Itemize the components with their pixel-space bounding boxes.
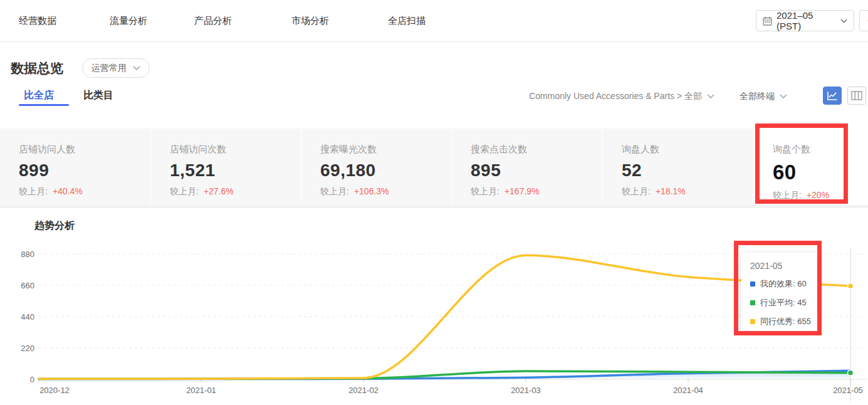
compare-label: 较上月:: [320, 186, 349, 196]
stat-value: 69,180: [320, 160, 451, 181]
preset-dropdown-value: 运营常用: [92, 63, 127, 74]
table-view-icon: [851, 91, 862, 100]
category-filter-dropdown[interactable]: Commonly Used Accessories & Parts > 全部: [529, 91, 714, 102]
top-nav-bar: 经营数据 流量分析 产品分析 市场分析 全店扫描 2021–05 (PST): [0, 0, 868, 42]
tooltip-item-text: 我的效果: 60: [760, 278, 807, 290]
nav-item-market-analysis[interactable]: 市场分析: [291, 15, 329, 27]
chevron-down-icon: [840, 19, 847, 23]
stat-card-store-visits[interactable]: 店铺访问次数 1,521 较上月:+27.6%: [151, 129, 301, 205]
trend-chart-svg: 02204406608802020-122021-012021-022021-0…: [0, 245, 868, 405]
tooltip-title: 2021-05: [750, 261, 812, 271]
chart-tooltip: 2021-05 我的效果: 60 行业平均: 45 同行优秀: 655: [741, 253, 820, 332]
y-axis-label: 660: [21, 281, 34, 290]
x-axis-label: 2021-01: [186, 386, 216, 395]
stat-value: 60: [773, 160, 868, 184]
x-axis-label: 2021-03: [511, 386, 541, 395]
stat-change: +18.1%: [656, 186, 686, 196]
tooltip-item-my-performance: 我的效果: 60: [750, 278, 812, 290]
stat-change: +27.6%: [204, 186, 234, 196]
tooltip-item-peer-excellent: 同行优秀: 655: [750, 316, 812, 327]
date-picker-value: 2021–05 (PST): [776, 10, 836, 31]
compare-label: 较上月:: [170, 186, 199, 196]
legend-swatch-green: [750, 300, 755, 305]
line-chart-view-button[interactable]: [823, 87, 842, 105]
dashboard-page: 经营数据 流量分析 产品分析 市场分析 全店扫描 2021–05 (PST): [0, 0, 868, 405]
active-tab-underline: [19, 104, 69, 106]
calendar-icon: [763, 16, 772, 26]
stat-change: +40.4%: [53, 186, 83, 196]
y-axis-label: 0: [30, 375, 34, 384]
stat-card-search-clicks[interactable]: 搜索点击次数 895 较上月:+167.9%: [452, 129, 602, 205]
compare-label: 较上月:: [773, 190, 802, 200]
terminal-filter-value: 全部终端: [740, 91, 775, 102]
preset-dropdown[interactable]: 运营常用: [82, 58, 150, 78]
x-axis-label: 2021-04: [673, 386, 703, 395]
end-dot-peer-excellent: [848, 283, 854, 289]
compare-label: 较上月:: [471, 186, 499, 196]
tooltip-item-industry-average: 行业平均: 45: [750, 297, 812, 308]
stat-label: 询盘个数: [773, 144, 868, 155]
stat-value: 52: [622, 160, 753, 181]
trend-chart[interactable]: 02204406608802020-122021-012021-022021-0…: [0, 245, 868, 405]
nav-item-business-data[interactable]: 经营数据: [19, 15, 56, 27]
tooltip-item-text: 同行优秀: 655: [760, 316, 811, 327]
stat-label: 店铺访问人数: [19, 144, 150, 155]
terminal-filter-dropdown[interactable]: 全部终端: [740, 91, 787, 102]
stat-card-inquiry-count[interactable]: 询盘个数 60 较上月:+20%: [754, 129, 868, 205]
cards-bottom-strip: [0, 205, 868, 208]
stat-value: 895: [471, 160, 602, 181]
legend-swatch-blue: [750, 281, 755, 287]
stat-card-inquiry-people[interactable]: 询盘人数 52 较上月:+18.1%: [603, 129, 753, 205]
y-axis-label: 220: [21, 344, 34, 353]
tooltip-item-text: 行业平均: 45: [760, 297, 807, 308]
nav-item-product-analysis[interactable]: 产品分析: [194, 15, 232, 27]
trend-section-title: 趋势分析: [34, 219, 75, 233]
y-axis-label: 880: [21, 250, 34, 259]
date-picker[interactable]: 2021–05 (PST): [756, 10, 854, 31]
stat-change: +20%: [807, 190, 829, 200]
stat-card-search-impressions[interactable]: 搜索曝光次数 69,180 较上月:+106.3%: [301, 129, 451, 205]
compare-label: 较上月:: [19, 186, 48, 196]
line-chart-view-icon: [827, 91, 838, 101]
chevron-down-icon: [780, 94, 787, 99]
stat-label: 搜索点击次数: [471, 144, 602, 155]
stat-change: +167.9%: [505, 186, 540, 196]
page-title: 数据总览: [11, 60, 63, 77]
table-view-button[interactable]: [847, 87, 866, 105]
stat-label: 询盘人数: [622, 144, 753, 155]
prev-period-button[interactable]: <: [859, 10, 868, 31]
x-axis-label: 2021-05: [833, 386, 863, 395]
x-axis-label: 2021-02: [348, 386, 379, 395]
stat-change: +106.3%: [354, 186, 389, 196]
chevron-down-icon: [133, 66, 140, 71]
stat-value: 899: [19, 160, 150, 181]
legend-swatch-yellow: [750, 319, 755, 324]
x-axis-label: 2020-12: [39, 386, 70, 395]
stat-value: 1,521: [170, 160, 301, 181]
end-dot-industry-average: [848, 370, 854, 376]
nav-item-traffic-analysis[interactable]: 流量分析: [110, 15, 147, 27]
stat-label: 店铺访问次数: [170, 144, 301, 155]
stat-card-store-visitors[interactable]: 店铺访问人数 899 较上月:+40.4%: [0, 129, 150, 205]
y-axis-label: 440: [21, 312, 34, 322]
nav-item-store-scan[interactable]: 全店扫描: [388, 15, 426, 27]
stat-label: 搜索曝光次数: [320, 144, 451, 155]
line-peer-excellent: [39, 255, 850, 379]
category-filter-value: Commonly Used Accessories & Parts > 全部: [529, 91, 702, 102]
chevron-down-icon: [707, 94, 714, 99]
tab-vs-category[interactable]: 比类目: [83, 89, 113, 102]
tab-vs-whole-store[interactable]: 比全店: [24, 89, 54, 102]
compare-label: 较上月:: [622, 186, 651, 196]
